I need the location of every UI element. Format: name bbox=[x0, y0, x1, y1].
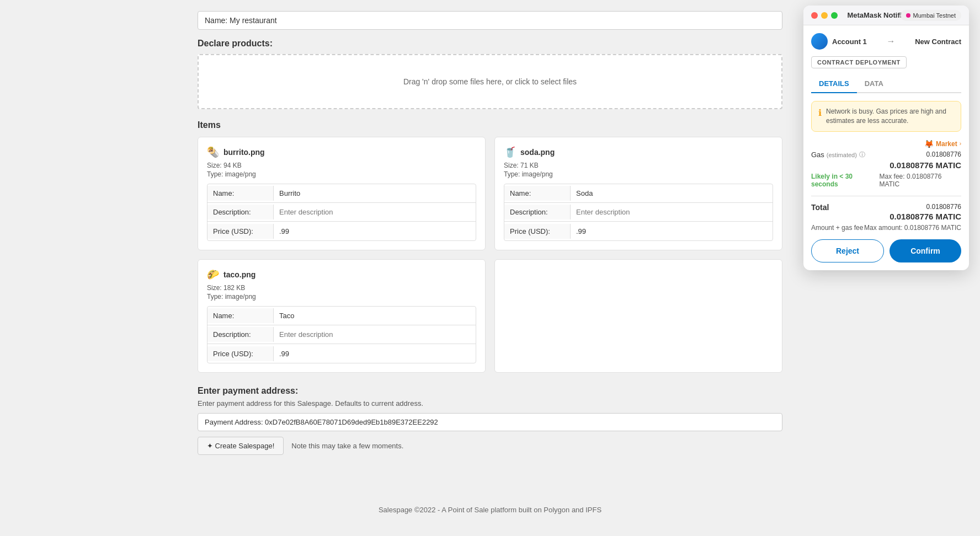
item-card-header-burrito: 🌯 burrito.png bbox=[207, 146, 476, 158]
warning-icon: ℹ bbox=[818, 108, 822, 118]
reject-button[interactable]: Reject bbox=[811, 239, 884, 262]
burrito-name-label: Name: bbox=[207, 186, 274, 201]
main-content: Declare products: Drag 'n' drop some fil… bbox=[175, 0, 805, 477]
soda-desc-input[interactable] bbox=[571, 205, 773, 219]
soda-price-label: Price (USD): bbox=[504, 224, 571, 239]
taco-type: Type: image/png bbox=[207, 293, 476, 301]
item-card-header-soda: 🥤 soda.png bbox=[504, 146, 773, 158]
mm-likely-row: Likely in < 30 seconds Max fee: 0.018087… bbox=[811, 173, 961, 188]
mm-gas-estimated: (estimated) bbox=[827, 152, 857, 158]
account-avatar bbox=[811, 33, 828, 50]
item-card-taco: 🌮 taco.png Size: 182 KB Type: image/png … bbox=[198, 259, 486, 373]
footer: Salespage ©2022 - A Point of Sale platfo… bbox=[0, 495, 980, 525]
taco-name-row: Name: bbox=[207, 307, 476, 325]
mm-warning-text: Network is busy. Gas prices are high and… bbox=[826, 107, 954, 126]
payment-address-input[interactable] bbox=[198, 413, 782, 431]
note-text: Note this may take a few moments. bbox=[291, 442, 403, 450]
burrito-name-input[interactable] bbox=[274, 186, 476, 201]
mm-total-section: Total 0.01808776 0.01808776 MATIC Amount… bbox=[811, 203, 961, 232]
chevron-right-icon: › bbox=[960, 141, 961, 147]
mm-deployment-badge: CONTRACT DEPLOYMENT bbox=[811, 56, 907, 68]
max-amount-value: 0.01808776 MATIC bbox=[904, 224, 961, 232]
burrito-desc-row: Description: bbox=[207, 203, 476, 222]
mm-tabs: DETAILS DATA bbox=[811, 75, 961, 93]
items-grid: 🌯 burrito.png Size: 94 KB Type: image/pn… bbox=[198, 137, 782, 373]
soda-desc-label: Description: bbox=[504, 205, 571, 219]
mm-buttons: Reject Confirm bbox=[811, 239, 961, 262]
declare-products-label: Declare products: bbox=[198, 39, 782, 49]
create-salespage-button[interactable]: ✦ Create Salespage! bbox=[198, 437, 284, 455]
market-fox-icon: 🦊 bbox=[924, 140, 934, 148]
mm-amount-gas-text: Amount + gas fee bbox=[811, 224, 863, 232]
mm-divider bbox=[811, 196, 961, 196]
soda-desc-row: Description: bbox=[504, 203, 773, 222]
empty-item-slot bbox=[494, 259, 782, 373]
item-card-burrito: 🌯 burrito.png Size: 94 KB Type: image/pn… bbox=[198, 137, 486, 250]
mm-maxfee-text: Max fee: 0.01808776 MATIC bbox=[880, 173, 961, 188]
mm-body: Account 1 → New Contract CONTRACT DEPLOY… bbox=[803, 25, 969, 270]
mm-network-warning: ℹ Network is busy. Gas prices are high a… bbox=[811, 101, 961, 132]
mm-network-label: Mumbai Testnet bbox=[913, 12, 956, 19]
taco-price-label: Price (USD): bbox=[207, 346, 274, 361]
bottom-actions: ✦ Create Salespage! Note this may take a… bbox=[198, 437, 782, 455]
mm-gas-header: Gas (estimated) ⓘ 0.01808776 bbox=[811, 151, 961, 159]
mm-total-header: Total 0.01808776 bbox=[811, 203, 961, 212]
mm-gas-label: Gas bbox=[811, 151, 824, 159]
burrito-desc-label: Description: bbox=[207, 205, 274, 219]
metamask-panel: MetaMask Notification Mumbai Testnet Acc… bbox=[803, 6, 969, 270]
payment-description: Enter payment address for this Salespage… bbox=[198, 399, 782, 408]
mm-accounts-row: Account 1 → New Contract bbox=[811, 33, 961, 50]
items-section-label: Items bbox=[198, 120, 782, 130]
taco-price-input[interactable] bbox=[274, 346, 476, 361]
soda-price-row: Price (USD): bbox=[504, 222, 773, 240]
soda-price-input[interactable] bbox=[571, 224, 773, 239]
confirm-button[interactable]: Confirm bbox=[890, 239, 961, 262]
mm-max-amount-text: Max amount: 0.01808776 MATIC bbox=[864, 224, 961, 232]
mm-market-row: 🦊 Market › bbox=[811, 140, 961, 148]
burrito-price-row: Price (USD): bbox=[207, 222, 476, 240]
taco-filename: taco.png bbox=[223, 270, 255, 279]
burrito-fields: Name: Description: Price (USD): bbox=[207, 184, 476, 241]
taco-size: Size: 182 KB bbox=[207, 284, 476, 292]
max-fee-label: Max fee: bbox=[880, 173, 905, 180]
soda-size: Size: 71 KB bbox=[504, 162, 773, 169]
burrito-emoji: 🌯 bbox=[207, 146, 219, 158]
burrito-price-label: Price (USD): bbox=[207, 224, 274, 239]
mm-account-name: Account 1 bbox=[832, 37, 867, 46]
burrito-price-input[interactable] bbox=[274, 224, 476, 239]
mm-total-subrow: Amount + gas fee Max amount: 0.01808776 … bbox=[811, 224, 961, 232]
restaurant-name-input[interactable] bbox=[198, 11, 782, 30]
network-dot bbox=[906, 13, 910, 18]
payment-section-title: Enter payment address: bbox=[198, 386, 782, 396]
tab-details[interactable]: DETAILS bbox=[811, 75, 857, 93]
max-amount-label: Max amount: bbox=[864, 224, 902, 232]
burrito-desc-input[interactable] bbox=[274, 205, 476, 219]
soda-fields: Name: Description: Price (USD): bbox=[504, 184, 773, 241]
mm-total-label: Total bbox=[811, 203, 829, 212]
taco-desc-label: Description: bbox=[207, 327, 274, 342]
taco-desc-input[interactable] bbox=[274, 327, 476, 342]
mm-titlebar: MetaMask Notification Mumbai Testnet bbox=[803, 6, 969, 25]
arrow-icon: → bbox=[887, 36, 896, 46]
mm-total-small: 0.01808776 bbox=[926, 203, 961, 211]
mm-network-badge[interactable]: Mumbai Testnet bbox=[901, 10, 961, 21]
soda-name-label: Name: bbox=[504, 186, 571, 201]
footer-text: Salespage ©2022 - A Point of Sale platfo… bbox=[379, 506, 601, 514]
soda-name-row: Name: bbox=[504, 184, 773, 203]
soda-name-input[interactable] bbox=[571, 186, 773, 201]
mm-likely-text: Likely in < 30 seconds bbox=[811, 173, 880, 188]
item-card-soda: 🥤 soda.png Size: 71 KB Type: image/png N… bbox=[494, 137, 782, 250]
soda-filename: soda.png bbox=[520, 148, 555, 157]
taco-name-input[interactable] bbox=[274, 308, 476, 323]
dropzone[interactable]: Drag 'n' drop some files here, or click … bbox=[198, 54, 782, 109]
tab-data[interactable]: DATA bbox=[857, 75, 891, 93]
dropzone-text: Drag 'n' drop some files here, or click … bbox=[403, 77, 577, 86]
mm-gas-amount-small: 0.01808776 bbox=[926, 151, 961, 158]
mm-account-left: Account 1 bbox=[811, 33, 867, 50]
burrito-size: Size: 94 KB bbox=[207, 162, 476, 169]
info-icon[interactable]: ⓘ bbox=[859, 151, 865, 159]
mm-market-link[interactable]: Market bbox=[936, 140, 957, 148]
mm-total-large: 0.01808776 MATIC bbox=[890, 212, 961, 221]
soda-type: Type: image/png bbox=[504, 170, 773, 178]
mm-contract-label: New Contract bbox=[915, 37, 961, 46]
